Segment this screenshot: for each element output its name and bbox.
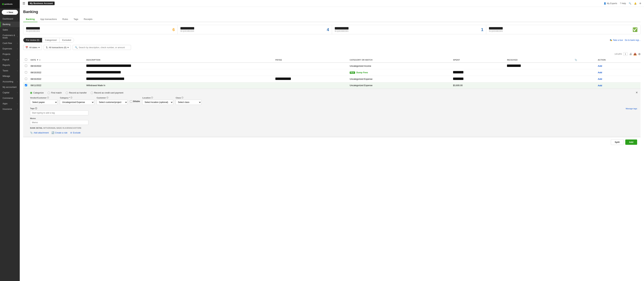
radio-find-match[interactable]: Find match: [48, 92, 62, 94]
sidebar-item-dashboard[interactable]: Dashboard ›: [0, 16, 20, 22]
table-row[interactable]: 08/15/2022 Uncategorized Expense Add: [23, 76, 640, 82]
tab-receipts[interactable]: Receipts: [81, 16, 95, 22]
my-experts-button[interactable]: 👤 My Experts: [604, 2, 617, 5]
new-button[interactable]: + New: [2, 10, 18, 15]
sidebar-item-reports[interactable]: Reports: [0, 62, 20, 68]
sidebar-item-insurance[interactable]: Insurance ›: [0, 106, 20, 112]
row4-checkbox-cell[interactable]: [23, 82, 29, 89]
tab-tags[interactable]: Tags: [71, 16, 81, 22]
sidebar-item-sales[interactable]: Sales ›: [0, 27, 20, 32]
row3-description-redacted: [86, 77, 124, 80]
row1-add-link[interactable]: Add: [598, 65, 602, 67]
sidebar-item-mileage[interactable]: Mileage: [0, 73, 20, 79]
sidebar-item-cash-flow[interactable]: Cash flow ›: [0, 40, 20, 46]
row4-date: 08/11/2022: [29, 82, 85, 89]
customer-info-icon[interactable]: ⓘ: [106, 96, 108, 99]
export-icon[interactable]: 📤: [633, 52, 637, 56]
row1-action[interactable]: Add: [596, 63, 640, 69]
sidebar-item-payroll[interactable]: Payroll ›: [0, 57, 20, 62]
tags-input[interactable]: [30, 110, 88, 115]
account-card-3[interactable]: IN QUICKBOOKS 1: [332, 25, 486, 34]
row4-action[interactable]: Add: [596, 82, 640, 89]
row3-add-link[interactable]: Add: [598, 78, 602, 80]
all-transactions-dropdown[interactable]: ⇅ All transactions (6) ▾: [44, 45, 71, 50]
location-select[interactable]: Select location (optional): [142, 100, 173, 105]
vendor-customer-select[interactable]: Select payee: [30, 100, 58, 105]
row4-add-link[interactable]: Add: [598, 84, 602, 87]
billable-checkbox-group[interactable]: Billable: [130, 100, 140, 103]
tab-banking[interactable]: Banking: [23, 16, 38, 22]
class-info-icon[interactable]: ⓘ: [182, 96, 183, 99]
table-row[interactable]: 08/15/2022 Uncategorized Income Add: [23, 63, 640, 69]
search-input[interactable]: [79, 46, 129, 49]
customer-select[interactable]: Select customer/project: [97, 100, 128, 105]
filter-tab-for-review[interactable]: For review (6): [23, 38, 42, 42]
sidebar-item-my-accountant[interactable]: My accountant: [0, 84, 20, 90]
tags-info-icon[interactable]: ⓘ: [35, 107, 37, 109]
vendor-info-icon[interactable]: ⓘ: [47, 96, 49, 99]
manage-tags-link[interactable]: Manage tags: [626, 108, 637, 110]
filter-tab-categorized[interactable]: Categorized: [42, 38, 60, 42]
sidebar-item-customers-leads[interactable]: Customers & leads ›: [0, 32, 20, 40]
date-column-header[interactable]: DATE ▼: [29, 57, 85, 63]
row1-checkbox[interactable]: [25, 65, 27, 67]
radio-credit-card-input[interactable]: [91, 92, 93, 94]
hamburger-icon[interactable]: ☰: [22, 1, 25, 5]
sidebar-item-accounting[interactable]: Accounting ›: [0, 79, 20, 84]
notifications-button[interactable]: 🔔: [634, 2, 636, 5]
radio-categorize[interactable]: Categorize: [30, 92, 44, 94]
sidebar-item-taxes[interactable]: Taxes ›: [0, 68, 20, 73]
location-info-icon[interactable]: ⓘ: [151, 96, 153, 99]
radio-credit-card[interactable]: Record as credit card payment: [91, 92, 123, 94]
row2-action[interactable]: Add: [596, 69, 640, 76]
select-all-header[interactable]: [23, 57, 29, 63]
search-box[interactable]: 🔍: [72, 45, 131, 50]
table-row[interactable]: 08/11/2022 Withdrawal Made In Uncategori…: [23, 82, 640, 89]
settings-table-icon[interactable]: ⚙: [638, 52, 640, 56]
account-card-1[interactable]: IN QUICKBOOKS 6: [23, 25, 178, 34]
radio-find-match-input[interactable]: [48, 92, 50, 94]
split-button[interactable]: Split: [611, 139, 624, 145]
tab-rules[interactable]: Rules: [60, 16, 71, 22]
search-button[interactable]: 🔍: [629, 2, 631, 5]
all-dates-dropdown[interactable]: 📅 All dates ▾: [23, 45, 42, 50]
row2-checkbox-cell[interactable]: [23, 69, 29, 76]
go-to-register-link[interactable]: Go to bank regi...: [625, 39, 640, 41]
filter-tab-excluded[interactable]: Excluded: [60, 38, 74, 42]
table-row[interactable]: 08/15/2022 Rule Dump Fees Add: [23, 69, 640, 76]
create-rule-link[interactable]: 🔄 Create a rule: [52, 131, 68, 134]
row3-action[interactable]: Add: [596, 76, 640, 82]
take-a-tour-link[interactable]: 🎭 Take a tour: [610, 39, 623, 41]
account-card-2[interactable]: IN QUICKBOOKS 4: [178, 25, 332, 34]
radio-record-transfer[interactable]: Record as transfer: [66, 92, 87, 94]
sidebar-item-apps[interactable]: Apps ›: [0, 101, 20, 106]
row3-checkbox-cell[interactable]: [23, 76, 29, 82]
print-icon[interactable]: 🖨: [629, 52, 632, 56]
sidebar-item-projects[interactable]: Projects: [0, 51, 20, 57]
row1-checkbox-cell[interactable]: [23, 63, 29, 69]
select-all-checkbox[interactable]: [25, 58, 27, 61]
settings-button[interactable]: ⚙: [639, 2, 641, 5]
help-button[interactable]: ? Help: [620, 2, 626, 5]
add-attachment-link[interactable]: 📎 Add attachment: [30, 131, 49, 134]
billable-checkbox[interactable]: [130, 100, 132, 103]
sidebar-item-expenses[interactable]: Expenses ›: [0, 46, 20, 51]
row2-checkbox[interactable]: [25, 71, 27, 73]
category-info-icon[interactable]: ⓘ: [70, 96, 72, 99]
radio-categorize-input[interactable]: [30, 92, 32, 94]
sidebar-item-capital[interactable]: Capital ›: [0, 90, 20, 95]
tab-app-transactions[interactable]: App transactions: [38, 16, 60, 22]
sidebar-item-commerce[interactable]: Commerce: [0, 95, 20, 101]
row4-checkbox[interactable]: [25, 84, 27, 86]
exclude-link[interactable]: ⊘ Exclude: [70, 131, 80, 134]
add-button[interactable]: Add: [625, 139, 637, 145]
row3-checkbox[interactable]: [25, 78, 27, 80]
memo-input[interactable]: [30, 120, 88, 125]
account-card-4[interactable]: IN QUICKBOOKS ✅: [486, 25, 640, 34]
class-select[interactable]: Select class: [176, 100, 202, 105]
category-select[interactable]: Uncategorized Expense: [60, 100, 94, 105]
sidebar-item-banking[interactable]: Banking: [0, 22, 20, 27]
close-expanded-button[interactable]: ✕: [636, 91, 638, 94]
row2-add-link[interactable]: Add: [598, 71, 602, 74]
radio-record-transfer-input[interactable]: [66, 92, 68, 94]
